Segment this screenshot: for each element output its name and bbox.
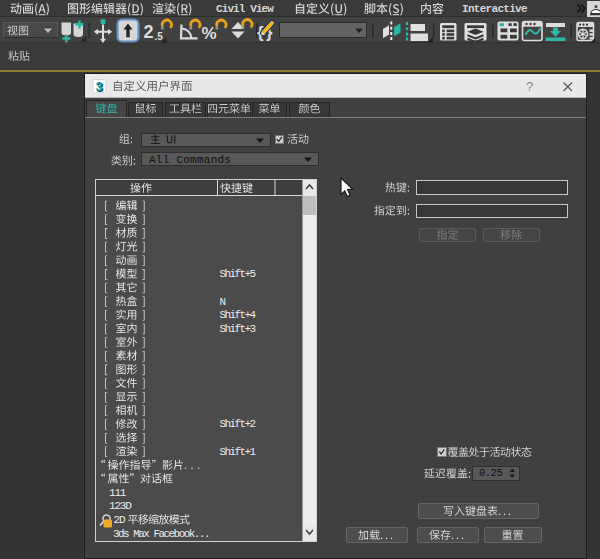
svg-text:.5: .5 xyxy=(155,31,164,42)
svg-text:2: 2 xyxy=(144,22,154,42)
svg-text:3: 3 xyxy=(96,79,103,94)
svg-text:%: % xyxy=(202,24,217,43)
